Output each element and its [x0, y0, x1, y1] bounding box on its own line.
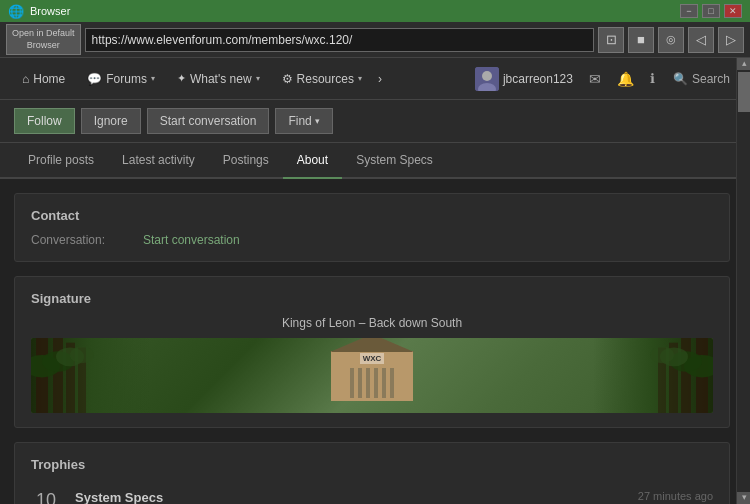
tab-system-specs[interactable]: System Specs	[342, 143, 447, 179]
whatsnew-icon: ✦	[177, 72, 186, 85]
title-bar: 🌐 Browser − □ ✕	[0, 0, 750, 22]
title-bar-title: Browser	[30, 5, 70, 17]
nav-resources[interactable]: ⚙ Resources ▾	[272, 66, 372, 92]
nav-stop-button[interactable]: ■	[628, 27, 654, 53]
nav-inspect-button[interactable]: ◎	[658, 27, 684, 53]
tab-postings[interactable]: Postings	[209, 143, 283, 179]
maximize-button[interactable]: □	[702, 4, 720, 18]
start-conversation-link[interactable]: Start conversation	[143, 233, 240, 247]
trophy-item: 10 System Specs Added your PC info 27 mi…	[31, 482, 713, 504]
address-bar: Open in Default Browser ⊡ ■ ◎ ◁ ▷	[0, 22, 750, 58]
messages-icon[interactable]: ✉	[583, 67, 607, 91]
svg-rect-12	[681, 338, 691, 413]
nav-more-button[interactable]: ›	[374, 66, 386, 92]
trees-right-svg	[583, 338, 713, 413]
scrollbar-thumb[interactable]	[738, 72, 750, 112]
nav-home-label: Home	[33, 72, 65, 86]
tab-about[interactable]: About	[283, 143, 342, 179]
minimize-button[interactable]: −	[680, 4, 698, 18]
trophy-time: 27 minutes ago	[638, 490, 713, 502]
nav-whatsnew-label: What's new	[190, 72, 252, 86]
signature-section: Signature Kings of Leon – Back down Sout…	[14, 276, 730, 428]
signature-image: WXC	[31, 338, 713, 413]
nav-forums-label: Forums	[106, 72, 147, 86]
signature-title: Signature	[31, 291, 713, 306]
window-controls[interactable]: − □ ✕	[680, 4, 742, 18]
column-5	[382, 368, 386, 398]
nav-right-section: jbcarreon123 ✉ 🔔 ℹ 🔍 Search	[469, 63, 738, 95]
conversation-label: Conversation:	[31, 233, 131, 247]
trophies-section: Trophies 10 System Specs Added your PC i…	[14, 442, 730, 504]
forums-chevron-icon: ▾	[151, 74, 155, 83]
house-label: WXC	[360, 353, 385, 364]
trophy-points: 10	[31, 490, 61, 504]
house-structure: WXC	[331, 351, 413, 401]
open-default-browser-button[interactable]: Open in Default Browser	[6, 24, 81, 55]
start-conversation-button[interactable]: Start conversation	[147, 108, 270, 134]
scrollbar-down-button[interactable]: ▾	[737, 492, 750, 504]
house-body: WXC	[331, 351, 413, 401]
trophies-title: Trophies	[31, 457, 713, 472]
forum-navbar: ⌂ Home 💬 Forums ▾ ✦ What's new ▾ ⚙ Resou…	[0, 58, 750, 100]
signature-text: Kings of Leon – Back down South	[31, 316, 713, 330]
info-icon[interactable]: ℹ	[644, 67, 661, 90]
profile-tabs: Profile posts Latest activity Postings A…	[0, 143, 750, 179]
find-label: Find	[288, 114, 311, 128]
resources-icon: ⚙	[282, 72, 293, 86]
contact-title: Contact	[31, 208, 713, 223]
tab-latest-activity[interactable]: Latest activity	[108, 143, 209, 179]
house-container: WXC	[331, 351, 413, 401]
tab-profile-posts[interactable]: Profile posts	[14, 143, 108, 179]
nav-forward-button[interactable]: ▷	[718, 27, 744, 53]
url-input[interactable]	[85, 28, 594, 52]
column-1	[350, 368, 354, 398]
column-4	[374, 368, 378, 398]
trees-left-svg	[31, 338, 161, 413]
avatar	[475, 67, 499, 91]
notifications-icon[interactable]: 🔔	[611, 67, 640, 91]
column-2	[358, 368, 362, 398]
nav-home[interactable]: ⌂ Home	[12, 66, 75, 92]
search-icon: 🔍	[673, 72, 688, 86]
svg-point-18	[650, 346, 674, 363]
nav-reload-button[interactable]: ⊡	[598, 27, 624, 53]
column-6	[390, 368, 394, 398]
contact-section: Contact Conversation: Start conversation	[14, 193, 730, 262]
svg-rect-4	[53, 338, 63, 413]
contact-conversation-row: Conversation: Start conversation	[31, 233, 713, 247]
close-button[interactable]: ✕	[724, 4, 742, 18]
svg-point-10	[70, 346, 94, 363]
scrollbar[interactable]: ▴ ▾	[736, 58, 750, 504]
whatsnew-chevron-icon: ▾	[256, 74, 260, 83]
more-icon: ›	[378, 72, 382, 86]
roof-decoration	[330, 338, 414, 352]
search-button[interactable]: 🔍 Search	[665, 68, 738, 90]
nav-resources-label: Resources	[297, 72, 354, 86]
profile-actions-bar: Follow Ignore Start conversation Find ▾	[0, 100, 750, 143]
trophy-info: System Specs Added your PC info	[75, 490, 624, 504]
nav-whatsnew[interactable]: ✦ What's new ▾	[167, 66, 270, 92]
column-3	[366, 368, 370, 398]
search-label: Search	[692, 72, 730, 86]
main-content: Contact Conversation: Start conversation…	[0, 179, 750, 504]
home-icon: ⌂	[22, 72, 29, 86]
svg-point-1	[482, 71, 492, 81]
browser-icon: 🌐	[8, 4, 24, 19]
find-dropdown-button[interactable]: Find ▾	[275, 108, 332, 134]
find-chevron-icon: ▾	[315, 116, 320, 126]
resources-chevron-icon: ▾	[358, 74, 362, 83]
ignore-button[interactable]: Ignore	[81, 108, 141, 134]
nav-back-button[interactable]: ◁	[688, 27, 714, 53]
username-label: jbcarreon123	[503, 72, 573, 86]
user-menu[interactable]: jbcarreon123	[469, 63, 579, 95]
forums-icon: 💬	[87, 72, 102, 86]
scrollbar-up-button[interactable]: ▴	[737, 58, 750, 70]
nav-forums[interactable]: 💬 Forums ▾	[77, 66, 165, 92]
follow-button[interactable]: Follow	[14, 108, 75, 134]
trophy-name: System Specs	[75, 490, 624, 504]
house-columns	[350, 368, 394, 398]
